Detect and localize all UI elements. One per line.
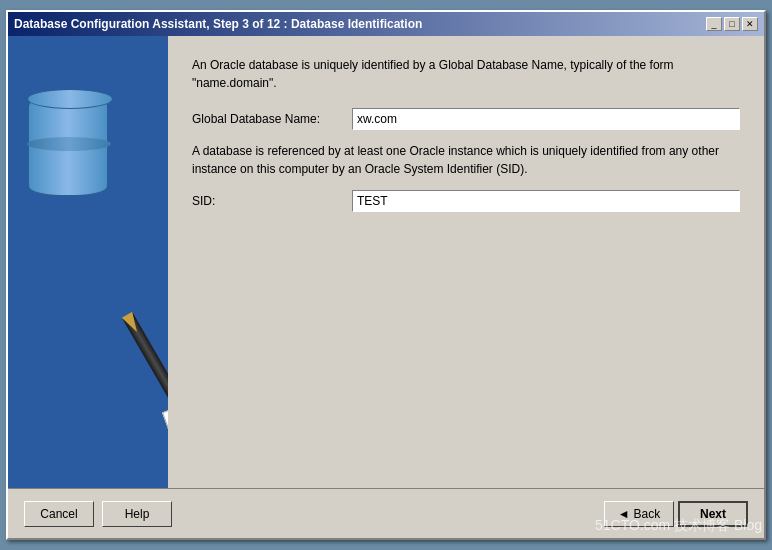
watermark: 51CTO.com 技术博客 Blog	[595, 517, 762, 535]
window-content: An Oracle database is uniquely identifie…	[8, 36, 764, 488]
global-db-row: Global Database Name:	[192, 108, 740, 130]
sid-label: SID:	[192, 194, 352, 208]
cancel-button[interactable]: Cancel	[24, 501, 94, 527]
bottom-left-buttons: Cancel Help	[24, 501, 172, 527]
database-barrel-icon	[28, 96, 108, 196]
global-db-label: Global Database Name:	[192, 112, 352, 126]
pen-icon	[122, 312, 168, 405]
close-button[interactable]: ✕	[742, 17, 758, 31]
title-bar-buttons: _ □ ✕	[706, 17, 758, 31]
global-db-input[interactable]	[352, 108, 740, 130]
title-bar: Database Configuration Assistant, Step 3…	[8, 12, 764, 36]
barrel-body	[28, 96, 108, 196]
description-1: An Oracle database is uniquely identifie…	[192, 56, 740, 92]
help-button[interactable]: Help	[102, 501, 172, 527]
description-2: A database is referenced by at least one…	[192, 142, 740, 178]
sid-row: SID:	[192, 190, 740, 212]
sid-input[interactable]	[352, 190, 740, 212]
maximize-button[interactable]: □	[724, 17, 740, 31]
main-window: Database Configuration Assistant, Step 3…	[6, 10, 766, 540]
pen-body	[122, 312, 168, 405]
window-title: Database Configuration Assistant, Step 3…	[14, 17, 422, 31]
pen-tip	[122, 312, 142, 335]
left-panel	[8, 36, 168, 488]
right-panel: An Oracle database is uniquely identifie…	[168, 36, 764, 488]
minimize-button[interactable]: _	[706, 17, 722, 31]
pen-tag	[162, 400, 168, 435]
